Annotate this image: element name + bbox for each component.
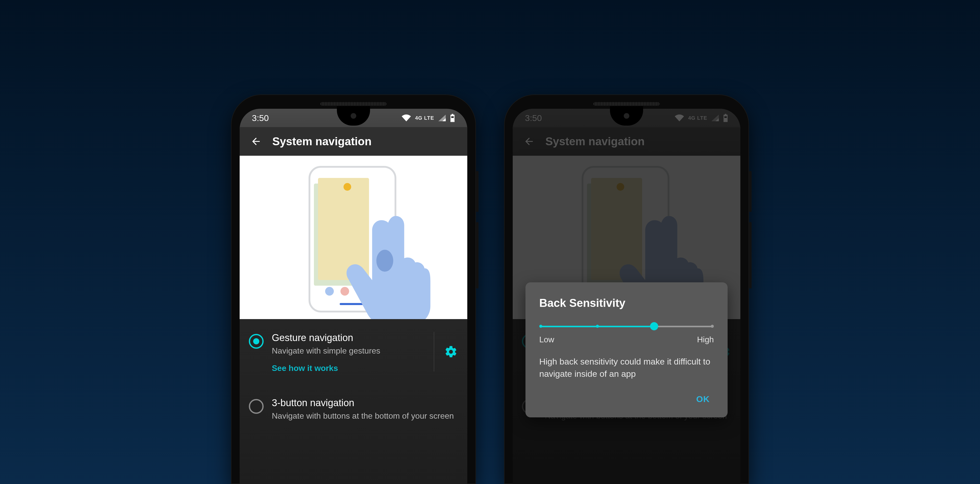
- radio-unselected-icon[interactable]: [249, 399, 264, 414]
- radio-selected-icon[interactable]: [249, 334, 264, 349]
- wifi-icon: [402, 115, 411, 121]
- earpiece: [320, 102, 387, 106]
- back-button[interactable]: [249, 134, 263, 148]
- network-type-label: 4G LTE: [415, 115, 434, 121]
- sensitivity-slider[interactable]: [541, 323, 712, 329]
- front-camera-icon: [350, 112, 357, 119]
- battery-icon: [450, 114, 455, 122]
- front-camera-icon: [623, 112, 630, 119]
- svg-point-2: [376, 250, 393, 272]
- phone-side-button: [476, 222, 479, 288]
- phone-right: 3:50 4G LTE: [504, 94, 749, 484]
- app-bar: System navigation: [240, 127, 467, 156]
- earpiece: [593, 102, 660, 106]
- slider-thumb-icon[interactable]: [650, 322, 658, 330]
- svg-rect-1: [451, 118, 454, 121]
- signal-icon: [438, 115, 446, 121]
- phone-side-button: [476, 171, 479, 212]
- option-title: Gesture navigation: [272, 332, 458, 343]
- status-time: 3:50: [252, 113, 269, 123]
- option-subtitle: Navigate with buttons at the bottom of y…: [272, 411, 458, 422]
- dialog-ok-button[interactable]: OK: [692, 391, 714, 407]
- phone-side-button: [749, 222, 752, 288]
- back-sensitivity-dialog: Back Sensitivity Low High High back sens…: [525, 282, 728, 417]
- screen: 3:50 4G LTE: [513, 109, 740, 484]
- gesture-settings-button[interactable]: [444, 345, 458, 358]
- dialog-message: High back sensitivity could make it diff…: [539, 356, 714, 380]
- hand-icon: [345, 216, 431, 319]
- option-subtitle: Navigate with simple gestures: [272, 345, 458, 357]
- phone-side-button: [749, 171, 752, 212]
- gesture-illustration: [240, 156, 467, 319]
- screen: 3:50 4G LTE: [240, 109, 467, 484]
- slider-low-label: Low: [539, 335, 554, 344]
- see-how-it-works-link[interactable]: See how it works: [272, 363, 458, 373]
- phone-frame: 3:50 4G LTE: [504, 94, 749, 484]
- dialog-title: Back Sensitivity: [539, 297, 714, 309]
- option-gesture-navigation[interactable]: Gesture navigation Navigate with simple …: [240, 319, 467, 384]
- divider: [434, 332, 434, 371]
- phone-left: 3:50 4G LTE: [231, 94, 476, 484]
- page-title: System navigation: [272, 135, 372, 148]
- slider-high-label: High: [697, 335, 714, 344]
- option-title: 3-button navigation: [272, 398, 458, 408]
- phone-frame: 3:50 4G LTE: [231, 94, 476, 484]
- option-three-button-navigation[interactable]: 3-button navigation Navigate with button…: [240, 384, 467, 433]
- canvas: 3:50 4G LTE: [0, 0, 980, 484]
